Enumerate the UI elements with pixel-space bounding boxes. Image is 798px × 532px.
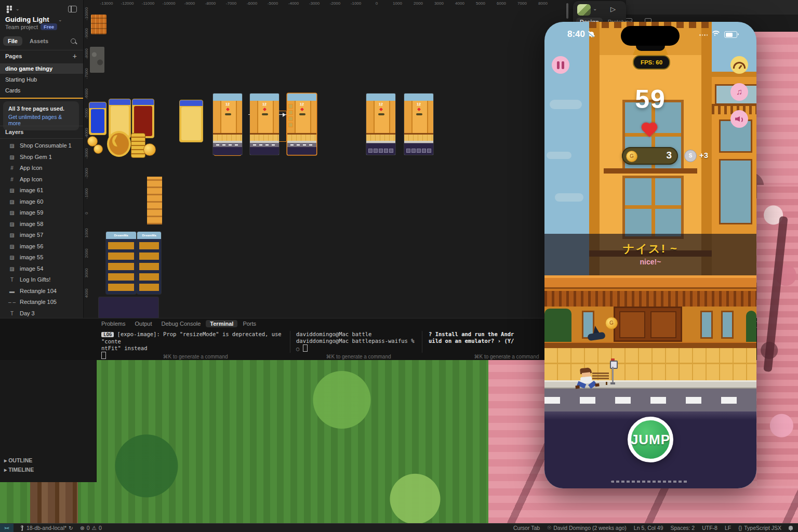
- ruler-number: -2000: [84, 163, 89, 184]
- ruler-number: -3000: [306, 1, 323, 6]
- banner-text: All 3 free pages used.: [8, 105, 74, 112]
- canvas-game-frame[interactable]: 12: [404, 94, 433, 155]
- layer-item[interactable]: ▨image 58: [0, 219, 83, 230]
- canvas-shop-frame-1[interactable]: DreamMa: [106, 232, 136, 294]
- figma-menu-chevron-icon[interactable]: ⌄: [16, 6, 20, 11]
- layer-item[interactable]: ▨image 61: [0, 185, 83, 196]
- layer-item[interactable]: ▨image 57: [0, 230, 83, 241]
- canvas-shop-frame-2[interactable]: DreamMa: [137, 232, 161, 294]
- ruler-number: -10000: [161, 1, 177, 6]
- panel-tab-debug-console[interactable]: Debug Console: [162, 321, 201, 327]
- search-icon[interactable]: [71, 38, 76, 44]
- page-item[interactable]: dino game thingy: [0, 63, 83, 74]
- avatar-chevron-icon[interactable]: ⌄: [593, 6, 597, 11]
- layer-item[interactable]: TDay 3: [0, 308, 83, 319]
- canvas-moon-coin[interactable]: [107, 131, 131, 157]
- layer-item[interactable]: ▨image 60: [0, 196, 83, 207]
- avatar[interactable]: [577, 4, 591, 16]
- panel-tab-problems[interactable]: Problems: [101, 321, 125, 327]
- project-subtitle: Team project: [5, 24, 38, 30]
- layer-item[interactable]: ▨image 59: [0, 207, 83, 218]
- project-title-chevron-icon[interactable]: ⌄: [58, 17, 62, 22]
- canvas-brick-texture[interactable]: [91, 15, 107, 34]
- ruler-number: 0: [368, 1, 385, 6]
- layer-item[interactable]: #App Icon: [0, 174, 83, 185]
- ruler-number: -8000: [84, 43, 89, 64]
- canvas-card-blue[interactable]: [89, 102, 107, 135]
- canvas-dark-frame[interactable]: [99, 297, 158, 318]
- canvas-coin-large[interactable]: [143, 143, 156, 156]
- present-play-icon[interactable]: ▷: [610, 5, 616, 13]
- canvas-coin-stack[interactable]: [131, 133, 145, 158]
- toggle-panels-icon[interactable]: [68, 6, 77, 12]
- canvas-game-frame[interactable]: 12: [366, 94, 395, 155]
- ruler-number: -1000: [348, 1, 364, 6]
- speaker-icon: [735, 115, 743, 123]
- canvas-card-red[interactable]: [132, 99, 154, 138]
- frame-score: 12: [250, 102, 279, 106]
- home-indicator[interactable]: [611, 481, 689, 483]
- terminal-hint: ⌘K to generate a command: [326, 354, 391, 360]
- gauge-icon: [733, 62, 746, 69]
- side-window: [721, 311, 734, 339]
- canvas-scrollbar[interactable]: [566, 3, 568, 19]
- layer-item[interactable]: #App Icon: [0, 163, 83, 174]
- panel-tab-output[interactable]: Output: [135, 321, 152, 327]
- page-item[interactable]: Cards: [0, 85, 83, 96]
- terminal-2[interactable]: daviddomingo@Mac battle daviddomingo@Mac…: [296, 331, 420, 352]
- layer-item[interactable]: ▬Rectangle 104: [0, 286, 83, 297]
- ruler-number: 0: [84, 203, 89, 224]
- praise-japanese: ナイス! ~: [544, 241, 756, 257]
- bird-enemy: [584, 326, 607, 343]
- cloud: [547, 152, 571, 159]
- speed-gauge-button[interactable]: [730, 56, 748, 74]
- layer-item[interactable]: ▨Shop Gem 1: [0, 152, 83, 163]
- canvas-coin-small-2[interactable]: [94, 144, 103, 154]
- ruler-number: 4000: [451, 1, 468, 6]
- layer-item[interactable]: ▨Shop Consumable 1: [0, 140, 83, 151]
- ruler-number: 7000: [514, 1, 530, 6]
- layer-item[interactable]: ▨image 55: [0, 252, 83, 263]
- layer-type-icon: ▨: [8, 252, 16, 263]
- ruler-number: 4000: [84, 283, 89, 303]
- ruler-number: -6000: [84, 83, 89, 104]
- canvas-game-frame[interactable]: 12: [287, 94, 316, 155]
- building-entrance: [544, 307, 756, 342]
- panel-tab-terminal[interactable]: Terminal: [206, 320, 237, 327]
- layer-item[interactable]: TLog In Gifts!: [0, 274, 83, 285]
- layer-label: Log In Gifts!: [20, 276, 50, 283]
- desktop: -13000-12000-11000-10000-9000-8000-7000-…: [0, 0, 798, 532]
- figma-canvas[interactable]: -13000-12000-11000-10000-9000-8000-7000-…: [83, 0, 573, 318]
- canvas-rock-texture[interactable]: [90, 47, 104, 73]
- layer-type-icon: ▨: [8, 196, 16, 207]
- canvas-game-frame[interactable]: 12: [213, 94, 242, 155]
- tab-file[interactable]: File: [3, 36, 22, 46]
- fps-badge: FPS: 60: [633, 55, 670, 70]
- layer-type-icon: ▨: [8, 207, 16, 218]
- tab-assets[interactable]: Assets: [25, 36, 53, 46]
- ruler-number: 1000: [84, 223, 89, 244]
- ruler-number: 2000: [84, 243, 89, 263]
- canvas-frame-partial[interactable]: [147, 177, 162, 224]
- page-item[interactable]: Starting Hub: [0, 74, 83, 85]
- free-plan-divider: [0, 98, 83, 99]
- layer-item[interactable]: ▨image 54: [0, 263, 83, 274]
- layer-label: Rectangle 104: [20, 288, 57, 294]
- layer-type-icon: – –: [8, 297, 16, 308]
- layer-label: Day 3: [20, 310, 35, 316]
- layer-label: image 60: [20, 198, 43, 205]
- add-page-icon[interactable]: +: [73, 52, 77, 60]
- canvas-card-gold-2[interactable]: [179, 100, 203, 142]
- pause-button[interactable]: [552, 56, 569, 74]
- layer-type-icon: ▨: [8, 152, 16, 163]
- praise-banner: ナイス! ~ nice!~: [544, 234, 756, 275]
- layer-item[interactable]: ▨image 56: [0, 241, 83, 252]
- figma-logo-icon[interactable]: [6, 5, 12, 14]
- jump-button[interactable]: JUMP: [628, 417, 673, 462]
- layer-type-icon: ▨: [8, 140, 16, 151]
- panel-tab-ports[interactable]: Ports: [243, 321, 256, 327]
- layer-item[interactable]: – –Rectangle 105: [0, 297, 83, 308]
- banner-upgrade-link[interactable]: Get unlimited pages & more: [8, 114, 74, 126]
- ruler-number: -5000: [84, 103, 89, 124]
- canvas-game-frame[interactable]: 12: [250, 94, 279, 155]
